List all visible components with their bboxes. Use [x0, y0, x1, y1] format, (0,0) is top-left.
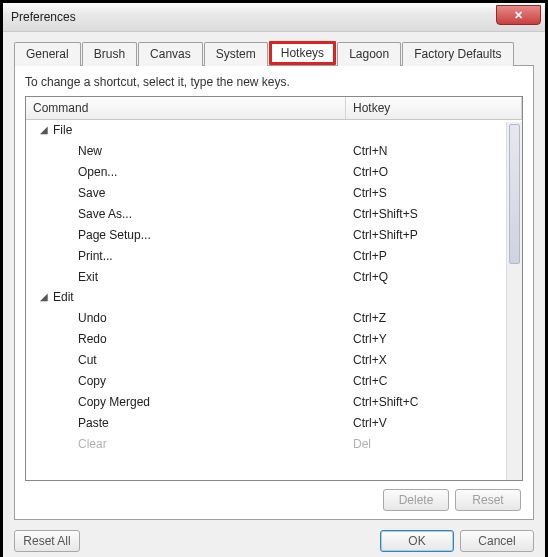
- list-item[interactable]: NewCtrl+N: [26, 140, 522, 161]
- window-title: Preferences: [11, 10, 76, 24]
- list-item[interactable]: Save As...Ctrl+Shift+S: [26, 203, 522, 224]
- header-command[interactable]: Command: [26, 97, 346, 119]
- list-item[interactable]: Copy MergedCtrl+Shift+C: [26, 391, 522, 412]
- reset-all-button[interactable]: Reset All: [14, 530, 80, 552]
- tab-brush[interactable]: Brush: [82, 42, 137, 66]
- list-item[interactable]: ExitCtrl+Q: [26, 266, 522, 287]
- tab-hotkeys[interactable]: Hotkeys: [269, 41, 336, 65]
- scrollbar[interactable]: [506, 122, 522, 480]
- list-item[interactable]: CutCtrl+X: [26, 349, 522, 370]
- tab-general[interactable]: General: [14, 42, 81, 66]
- delete-button[interactable]: Delete: [383, 489, 449, 511]
- list-item[interactable]: PasteCtrl+V: [26, 412, 522, 433]
- cancel-button[interactable]: Cancel: [460, 530, 534, 552]
- tab-factory-defaults[interactable]: Factory Defaults: [402, 42, 513, 66]
- tabs: General Brush Canvas System Hotkeys Lago…: [14, 42, 534, 66]
- tab-system[interactable]: System: [204, 42, 268, 66]
- header-hotkey[interactable]: Hotkey: [346, 97, 522, 119]
- reset-button[interactable]: Reset: [455, 489, 521, 511]
- hotkeys-panel: To change a shortcut, select it, type th…: [14, 65, 534, 520]
- list-header: Command Hotkey: [26, 97, 522, 120]
- group-edit[interactable]: ◢ Edit: [26, 287, 522, 307]
- ok-button[interactable]: OK: [380, 530, 454, 552]
- expand-icon: ◢: [40, 124, 48, 135]
- list-item[interactable]: SaveCtrl+S: [26, 182, 522, 203]
- group-label: File: [53, 123, 72, 137]
- list-item[interactable]: UndoCtrl+Z: [26, 307, 522, 328]
- list-item[interactable]: Print...Ctrl+P: [26, 245, 522, 266]
- preferences-dialog: Preferences ✕ General Brush Canvas Syste…: [0, 0, 548, 557]
- scrollbar-thumb[interactable]: [509, 124, 520, 264]
- expand-icon: ◢: [40, 291, 48, 302]
- dialog-footer: Reset All OK Cancel: [3, 526, 545, 557]
- panel-buttons: Delete Reset: [25, 481, 523, 511]
- close-icon: ✕: [514, 9, 523, 22]
- tab-lagoon[interactable]: Lagoon: [337, 42, 401, 66]
- list-item[interactable]: Open...Ctrl+O: [26, 161, 522, 182]
- hotkey-list: Command Hotkey ◢ File NewCtrl+N Open...C…: [25, 96, 523, 481]
- titlebar: Preferences ✕: [3, 3, 545, 32]
- dialog-content: General Brush Canvas System Hotkeys Lago…: [3, 32, 545, 526]
- list-item[interactable]: RedoCtrl+Y: [26, 328, 522, 349]
- list-item[interactable]: Page Setup...Ctrl+Shift+P: [26, 224, 522, 245]
- tab-canvas[interactable]: Canvas: [138, 42, 203, 66]
- group-label: Edit: [53, 290, 74, 304]
- list-body[interactable]: ◢ File NewCtrl+N Open...Ctrl+O SaveCtrl+…: [26, 120, 522, 478]
- instruction-text: To change a shortcut, select it, type th…: [25, 75, 523, 89]
- list-item[interactable]: ClearDel: [26, 433, 522, 454]
- list-item[interactable]: CopyCtrl+C: [26, 370, 522, 391]
- close-button[interactable]: ✕: [496, 5, 541, 25]
- group-file[interactable]: ◢ File: [26, 120, 522, 140]
